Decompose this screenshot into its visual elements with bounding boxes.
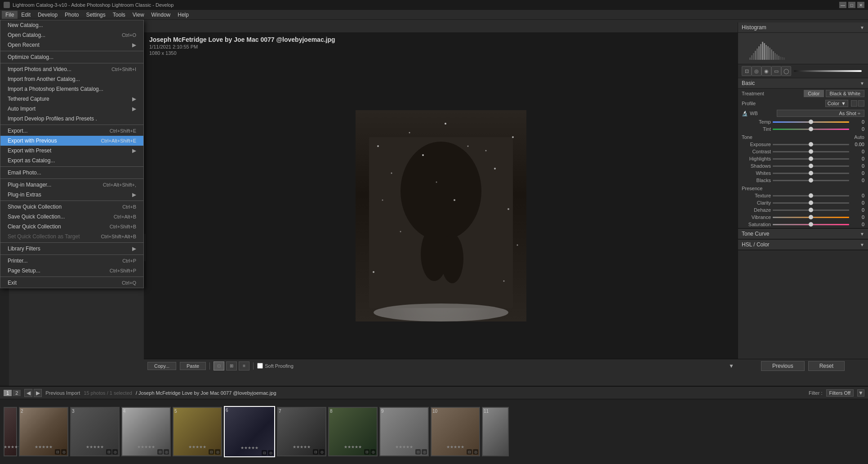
film-thumb-5[interactable]: 5 ★★★★★ ⊡ ◎ bbox=[173, 407, 222, 456]
menu-import-photos[interactable]: Import Photos and Video... Ctrl+Shift+I bbox=[0, 64, 143, 74]
clarity-slider[interactable] bbox=[773, 202, 849, 204]
profile-select[interactable]: Color ▼ bbox=[825, 100, 848, 107]
filmstrip-filter-select[interactable]: Filters Off bbox=[826, 389, 854, 397]
menu-open-recent[interactable]: Open Recent ▶ bbox=[0, 40, 143, 50]
profile-list-btn[interactable] bbox=[858, 100, 864, 107]
soft-proof-checkbox[interactable] bbox=[257, 363, 263, 369]
film-thumb-8[interactable]: 8 ★★★★★ ⊡ ◎ bbox=[328, 407, 378, 456]
menu-open-catalog[interactable]: Open Catalog... Ctrl+O bbox=[0, 30, 143, 40]
treatment-bw[interactable]: Black & White bbox=[826, 90, 864, 97]
film-thumb-2[interactable]: 2 ★★★★★ ⊡ ◎ bbox=[19, 407, 68, 456]
menu-import-develop-profiles[interactable]: Import Develop Profiles and Presets . bbox=[0, 114, 143, 124]
menu-edit[interactable]: Edit bbox=[18, 11, 34, 19]
temp-slider[interactable] bbox=[773, 121, 849, 123]
vibrance-slider[interactable] bbox=[773, 217, 849, 218]
menu-page-setup[interactable]: Page Setup... Ctrl+Shift+P bbox=[0, 266, 143, 276]
menu-export-preset[interactable]: Export with Preset ▶ bbox=[0, 146, 143, 156]
menu-develop[interactable]: Develop bbox=[34, 11, 61, 19]
menu-clear-quick[interactable]: Clear Quick Collection Ctrl+Shift+B bbox=[0, 222, 143, 232]
view-loupe[interactable]: □ bbox=[214, 361, 224, 370]
menu-email-photo[interactable]: Email Photo... bbox=[0, 168, 143, 178]
shadows-thumb[interactable] bbox=[809, 164, 813, 168]
temp-thumb[interactable] bbox=[809, 120, 813, 124]
menu-printer[interactable]: Printer... Ctrl+P bbox=[0, 256, 143, 266]
menu-import-another[interactable]: Import from Another Catalog... bbox=[0, 74, 143, 84]
linear-tool[interactable]: ▭ bbox=[771, 66, 781, 76]
filmstrip-num-2[interactable]: 2 bbox=[13, 390, 21, 396]
redeye-tool[interactable]: ◉ bbox=[761, 66, 771, 76]
wb-select[interactable]: As Shot ÷ bbox=[777, 110, 864, 117]
menu-file[interactable]: File bbox=[2, 11, 18, 19]
view-compare[interactable]: ⊞ bbox=[226, 361, 237, 370]
treatment-color[interactable]: Color bbox=[804, 90, 823, 97]
previous-button[interactable]: Previous bbox=[761, 361, 805, 371]
paste-button[interactable]: Paste bbox=[180, 362, 206, 370]
menu-window[interactable]: Window bbox=[148, 11, 174, 19]
texture-slider[interactable] bbox=[773, 195, 849, 196]
menu-import-elements[interactable]: Import a Photoshop Elements Catalog... bbox=[0, 84, 143, 94]
vibrance-thumb[interactable] bbox=[809, 215, 813, 219]
highlights-slider[interactable] bbox=[773, 158, 849, 160]
blacks-thumb[interactable] bbox=[809, 178, 813, 183]
menu-settings[interactable]: Settings bbox=[82, 11, 109, 19]
menu-plugin-manager[interactable]: Plug-in Manager... Ctrl+Alt+Shift+, bbox=[0, 180, 143, 190]
tint-thumb[interactable] bbox=[809, 127, 813, 131]
spot-tool[interactable]: ◎ bbox=[752, 66, 761, 76]
menu-exit[interactable]: Exit Ctrl+Q bbox=[0, 278, 143, 288]
radial-tool[interactable]: ◯ bbox=[781, 66, 791, 76]
exposure-slider[interactable] bbox=[773, 144, 849, 145]
saturation-slider[interactable] bbox=[773, 224, 849, 225]
nav-next-arrow[interactable]: ▶ bbox=[34, 389, 42, 397]
shadows-slider[interactable] bbox=[773, 165, 849, 167]
menu-save-quick[interactable]: Save Quick Collection... Ctrl+Alt+B bbox=[0, 212, 143, 222]
eyedropper-icon[interactable]: 🔬 bbox=[742, 111, 748, 116]
menu-export[interactable]: Export... Ctrl+Shift+E bbox=[0, 126, 143, 136]
saturation-thumb[interactable] bbox=[809, 222, 813, 227]
menu-tethered-capture[interactable]: Tethered Capture ▶ bbox=[0, 94, 143, 104]
film-thumb-7[interactable]: 7 ★★★★★ ⊡ ◎ bbox=[277, 407, 326, 456]
nav-prev-arrow[interactable]: ◀ bbox=[24, 389, 32, 397]
clarity-thumb[interactable] bbox=[809, 201, 813, 205]
blacks-slider[interactable] bbox=[773, 180, 849, 181]
hsl-header[interactable]: HSL / Color ▼ bbox=[738, 240, 868, 250]
menu-new-catalog[interactable]: New Catalog... bbox=[0, 20, 143, 30]
film-thumb-3[interactable]: 3 ★★★★★ ⊡ ◎ bbox=[70, 407, 120, 456]
whites-slider[interactable] bbox=[773, 173, 849, 174]
menu-plugin-extras[interactable]: Plug-in Extras ▶ bbox=[0, 190, 143, 200]
filmstrip-source[interactable]: Previous Import bbox=[45, 390, 80, 396]
masking-slider[interactable] bbox=[794, 70, 862, 72]
menu-export-previous[interactable]: Export with Previous Ctrl+Alt+Shift+E bbox=[0, 136, 143, 146]
tone-auto[interactable]: Auto bbox=[854, 134, 864, 140]
film-thumb-10[interactable]: 10 ★★★★★ ⊡ ◎ bbox=[431, 407, 480, 456]
contrast-slider[interactable] bbox=[773, 151, 849, 152]
view-survey[interactable]: ≡ bbox=[239, 361, 249, 370]
copy-button[interactable]: Copy... bbox=[147, 362, 176, 370]
profile-grid-btn[interactable] bbox=[851, 100, 857, 107]
toolbar-expand[interactable]: ▼ bbox=[729, 363, 734, 369]
basic-header[interactable]: Basic ▼ bbox=[738, 78, 868, 89]
contrast-thumb[interactable] bbox=[809, 149, 813, 154]
histogram-header[interactable]: Histogram ▼ bbox=[738, 22, 868, 33]
reset-button[interactable]: Reset bbox=[808, 361, 845, 371]
film-thumb-11[interactable]: 11 bbox=[482, 407, 509, 456]
dehaze-thumb[interactable] bbox=[809, 208, 813, 212]
dehaze-slider[interactable] bbox=[773, 210, 849, 211]
menu-auto-import[interactable]: Auto Import ▶ bbox=[0, 104, 143, 114]
film-thumb-6[interactable]: 6 ★★★★★ ⊡ ◎ bbox=[224, 406, 275, 457]
close-button[interactable]: ✕ bbox=[857, 2, 864, 8]
film-thumb-9[interactable]: 9 ★★★★★ ⊡ ◎ bbox=[379, 407, 429, 456]
filmstrip-num-1[interactable]: 1 bbox=[4, 390, 12, 396]
tone-curve-header[interactable]: Tone Curve ▼ bbox=[738, 229, 868, 239]
exposure-thumb[interactable] bbox=[809, 142, 813, 147]
menu-show-quick[interactable]: Show Quick Collection Ctrl+B bbox=[0, 202, 143, 212]
menu-help[interactable]: Help bbox=[174, 11, 192, 19]
whites-thumb[interactable] bbox=[809, 171, 813, 175]
film-thumb-4[interactable]: 4 ★★★★★ ⊡ ◎ bbox=[121, 407, 171, 456]
menu-optimize-catalog[interactable]: Optimize Catalog... bbox=[0, 52, 143, 62]
highlights-thumb[interactable] bbox=[809, 156, 813, 161]
crop-tool[interactable]: ⊡ bbox=[742, 66, 752, 76]
tint-slider[interactable] bbox=[773, 129, 849, 130]
menu-photo[interactable]: Photo bbox=[61, 11, 82, 19]
film-thumb-partial[interactable]: ★★★★★ bbox=[4, 407, 17, 456]
texture-thumb[interactable] bbox=[809, 193, 813, 198]
